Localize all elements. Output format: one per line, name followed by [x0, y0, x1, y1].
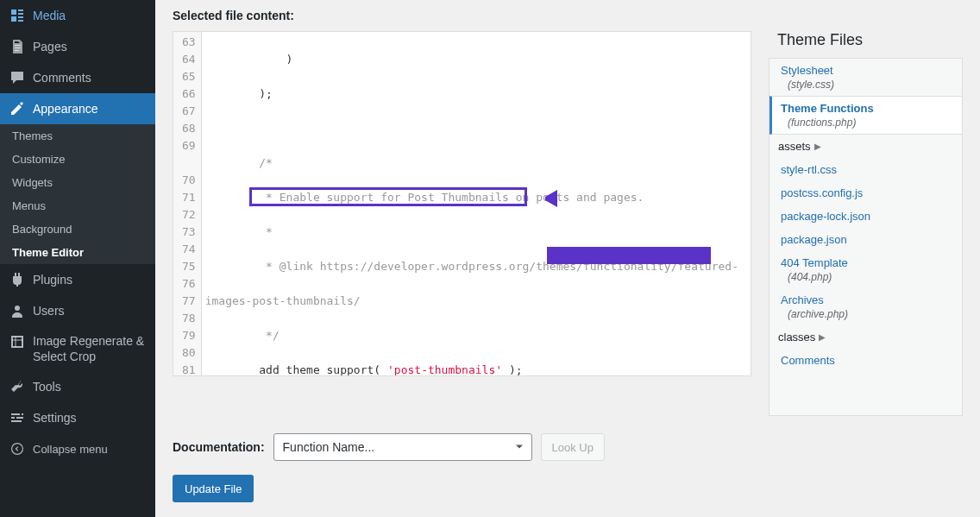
admin-sidebar: Media Pages Comments Appearance Themes C… — [0, 0, 155, 517]
menu-label: Appearance — [33, 102, 98, 116]
menu-label: Plugins — [33, 273, 72, 287]
file-postcss[interactable]: postcss.config.js — [770, 181, 962, 205]
sub-themes[interactable]: Themes — [0, 124, 155, 148]
menu-label: Settings — [33, 411, 77, 425]
menu-label: Pages — [33, 40, 67, 54]
sub-customize[interactable]: Customize — [0, 148, 155, 171]
svg-rect-8 — [16, 417, 23, 419]
menu-image-regenerate[interactable]: Image Regenerate & Select Crop — [0, 326, 155, 371]
svg-point-11 — [12, 444, 23, 455]
file-404[interactable]: 404 Template (404.php) — [770, 251, 962, 288]
crop-icon — [9, 333, 26, 350]
menu-pages[interactable]: Pages — [0, 31, 155, 62]
file-theme-functions[interactable]: Theme Functions (functions.php) — [770, 96, 962, 135]
menu-label: Tools — [33, 380, 61, 394]
doc-select[interactable]: Function Name... — [273, 433, 532, 461]
file-style-rtl[interactable]: style-rtl.css — [770, 158, 962, 181]
line-gutter: 63 64 65 66 67 68 69 70 71 72 73 74 75 — [173, 32, 202, 376]
lookup-button[interactable]: Look Up — [541, 433, 605, 461]
code-content[interactable]: ) ); /* * Enable support for Post Thumbn… — [202, 32, 742, 376]
users-icon — [9, 302, 26, 319]
menu-settings[interactable]: Settings — [0, 402, 155, 433]
file-stylesheet[interactable]: Stylesheet (style.css) — [770, 59, 962, 96]
svg-rect-9 — [11, 420, 22, 422]
sub-widgets[interactable]: Widgets — [0, 171, 155, 194]
file-package-json[interactable]: package.json — [770, 228, 962, 251]
tools-icon — [9, 378, 26, 395]
appearance-submenu: Themes Customize Widgets Menus Backgroun… — [0, 124, 155, 264]
svg-point-3 — [15, 306, 20, 311]
files-heading: Theme Files — [769, 31, 963, 49]
folder-classes[interactable]: classes▶ — [770, 325, 962, 349]
svg-rect-2 — [15, 50, 19, 51]
media-icon — [9, 7, 26, 24]
svg-rect-4 — [12, 337, 22, 347]
svg-rect-6 — [22, 413, 23, 415]
folder-assets[interactable]: assets▶ — [770, 135, 962, 158]
menu-plugins[interactable]: Plugins — [0, 264, 155, 295]
menu-tools[interactable]: Tools — [0, 371, 155, 402]
menu-appearance[interactable]: Appearance — [0, 93, 155, 124]
svg-rect-1 — [15, 47, 21, 48]
documentation-row: Documentation: Function Name... Look Up — [173, 433, 963, 461]
menu-users[interactable]: Users — [0, 295, 155, 326]
plugins-icon — [9, 271, 26, 288]
code-editor[interactable]: 63 64 65 66 67 68 69 70 71 72 73 74 75 — [173, 31, 751, 376]
pages-icon — [9, 38, 26, 55]
menu-label: Media — [33, 9, 66, 22]
file-package-lock[interactable]: package-lock.json — [770, 205, 962, 228]
file-comments[interactable]: Comments — [770, 349, 962, 372]
chevron-right-icon: ▶ — [814, 142, 821, 151]
collapse-label: Collapse menu — [33, 443, 108, 456]
files-list[interactable]: Stylesheet (style.css) Theme Functions (… — [769, 58, 963, 416]
comments-icon — [9, 69, 26, 86]
doc-label: Documentation: — [173, 440, 265, 454]
menu-label: Users — [33, 304, 65, 318]
settings-icon — [9, 409, 26, 426]
menu-label: Comments — [33, 71, 91, 85]
chevron-right-icon: ▶ — [819, 332, 826, 342]
svg-rect-7 — [11, 417, 15, 419]
svg-rect-0 — [15, 45, 21, 46]
collapse-icon — [9, 440, 26, 457]
main-content: Selected file content: 63 64 65 66 67 68… — [155, 0, 980, 517]
collapse-menu[interactable]: Collapse menu — [0, 433, 155, 464]
appearance-icon — [9, 100, 26, 117]
menu-comments[interactable]: Comments — [0, 62, 155, 93]
menu-media[interactable]: Media — [0, 0, 155, 31]
section-heading: Selected file content: — [173, 9, 963, 22]
file-archives[interactable]: Archives (archive.php) — [770, 288, 962, 325]
sub-theme-editor[interactable]: Theme Editor — [0, 241, 155, 264]
sub-menus[interactable]: Menus — [0, 194, 155, 218]
update-file-button[interactable]: Update File — [173, 475, 254, 502]
theme-files-panel: Theme Files Stylesheet (style.css) Theme… — [769, 31, 963, 416]
sub-background[interactable]: Background — [0, 218, 155, 241]
menu-label: Image Regenerate & Select Crop — [33, 333, 147, 364]
svg-rect-5 — [11, 413, 20, 415]
